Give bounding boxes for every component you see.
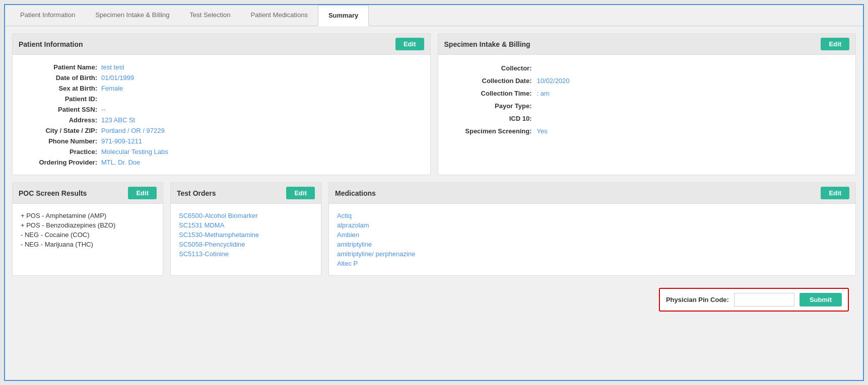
med-item-2: Ambien [337, 230, 847, 240]
test-item-1: SC1531 MDMA [179, 220, 313, 230]
address-label: Address: [21, 116, 101, 124]
med-item-5: Altec P [337, 259, 847, 268]
bottom-row: POC Screen Results Edit + POS - Amphetam… [12, 182, 856, 276]
test-orders-title: Test Orders [177, 189, 216, 197]
info-row-sex: Sex at Birth: Female [21, 83, 422, 94]
icd10-label: ICD 10: [446, 115, 537, 122]
medications-edit-button[interactable]: Edit [821, 187, 849, 199]
collection-time-label: Collection Time: [446, 90, 537, 97]
med-item-0: Actiq [337, 211, 847, 220]
collection-date-value: 10/02/2020 [537, 77, 848, 85]
specimen-intake-header: Specimen Intake & Billing Edit [438, 34, 856, 55]
specimen-row-collector: Collector: [446, 62, 848, 74]
patient-info-edit-button[interactable]: Edit [395, 38, 424, 50]
city-label: City / State / ZIP: [21, 127, 101, 134]
test-orders-card: Test Orders Edit SC6500-Alcohol Biomarke… [170, 182, 321, 276]
pin-code-input[interactable] [734, 293, 794, 306]
tab-bar: Patient Information Specimen Intake & Bi… [5, 5, 863, 26]
patient-info-body: Patient Name: test test Date of Birth: 0… [13, 55, 430, 175]
poc-screen-title: POC Screen Results [19, 189, 87, 197]
med-item-4: amitriptyline/ perphenazine [337, 249, 847, 259]
specimen-row-collection-date: Collection Date: 10/02/2020 [446, 74, 848, 87]
patient-name-label: Patient Name: [21, 63, 101, 71]
city-value: Portland / OR / 97229 [101, 127, 422, 134]
practice-value: Molecular Testing Labs [101, 148, 422, 156]
med-item-3: amitriptyline [337, 240, 847, 249]
medications-header: Medications Edit [329, 183, 855, 204]
payor-type-label: Payor Type: [446, 102, 537, 110]
info-row-patient-id: Patient ID: [21, 94, 422, 104]
pin-container: Physician Pin Code: Submit [659, 288, 849, 312]
specimen-intake-edit-button[interactable]: Edit [821, 38, 849, 50]
test-item-2: SC1530-Methamphetamine [179, 230, 313, 240]
specimen-intake-body: Collector: Collection Date: 10/02/2020 C… [438, 55, 856, 144]
specimen-intake-title: Specimen Intake & Billing [444, 40, 530, 48]
phone-value: 971-909-1211 [101, 137, 422, 145]
collector-label: Collector: [446, 64, 537, 72]
specimen-row-icd10: ICD 10: [446, 112, 848, 125]
test-orders-body: SC6500-Alcohol Biomarker SC1531 MDMA SC1… [171, 204, 321, 266]
collection-date-label: Collection Date: [446, 77, 537, 85]
ssn-label: Patient SSN: [21, 106, 101, 113]
tab-test-selection[interactable]: Test Selection [180, 5, 241, 26]
test-orders-edit-button[interactable]: Edit [286, 187, 315, 199]
info-row-ssn: Patient SSN: -- [21, 104, 422, 115]
app-container: Patient Information Specimen Intake & Bi… [4, 4, 864, 381]
poc-screen-body: + POS - Amphetamine (AMP) + POS - Benzod… [13, 204, 163, 256]
poc-screen-header: POC Screen Results Edit [13, 183, 163, 204]
poc-screen-card: POC Screen Results Edit + POS - Amphetam… [12, 182, 163, 276]
medications-card: Medications Edit Actiq alprazolam Ambien… [328, 182, 856, 276]
phone-label: Phone Number: [21, 137, 101, 145]
pin-code-label: Physician Pin Code: [666, 296, 729, 303]
tab-summary[interactable]: Summary [318, 5, 369, 26]
tab-patient-information[interactable]: Patient Information [10, 5, 85, 26]
poc-item-2: - NEG - Cocaine (COC) [21, 230, 155, 240]
info-row-ordering-provider: Ordering Provider: MTL, Dr. Doe [21, 157, 422, 168]
info-row-practice: Practice: Molecular Testing Labs [21, 146, 422, 157]
dob-value: 01/01/1999 [101, 74, 422, 82]
medications-body: Actiq alprazolam Ambien amitriptyline am… [329, 204, 855, 275]
info-row-dob: Date of Birth: 01/01/1999 [21, 72, 422, 83]
footer: Physician Pin Code: Submit [12, 283, 856, 317]
patient-info-card: Patient Information Edit Patient Name: t… [12, 33, 431, 175]
specimen-row-collection-time: Collection Time: : am [446, 87, 848, 100]
sex-label: Sex at Birth: [21, 85, 101, 92]
patient-info-header: Patient Information Edit [13, 34, 430, 55]
info-row-patient-name: Patient Name: test test [21, 62, 422, 72]
submit-button[interactable]: Submit [799, 293, 842, 306]
info-row-city: City / State / ZIP: Portland / OR / 9722… [21, 125, 422, 136]
test-orders-header: Test Orders Edit [171, 183, 321, 204]
med-item-1: alprazolam [337, 220, 847, 230]
address-value: 123 ABC St [101, 116, 422, 124]
specimen-intake-card: Specimen Intake & Billing Edit Collector… [438, 33, 856, 175]
patient-id-label: Patient ID: [21, 95, 101, 103]
dob-label: Date of Birth: [21, 74, 101, 82]
practice-label: Practice: [21, 148, 101, 156]
poc-item-3: - NEG - Marijuana (THC) [21, 240, 155, 249]
patient-info-title: Patient Information [19, 40, 83, 48]
sex-value: Female [101, 85, 422, 92]
test-item-4: SC5113-Cotinine [179, 249, 313, 259]
poc-item-0: + POS - Amphetamine (AMP) [21, 211, 155, 220]
collection-time-value: : am [537, 90, 848, 97]
test-item-3: SC5058-Phencyclidine [179, 240, 313, 249]
specimen-row-screening: Specimen Screening: Yes [446, 125, 848, 137]
ssn-value: -- [101, 106, 422, 113]
ordering-provider-value: MTL, Dr. Doe [101, 159, 422, 166]
test-item-0: SC6500-Alcohol Biomarker [179, 211, 313, 220]
main-content: Patient Information Edit Patient Name: t… [5, 26, 863, 324]
poc-item-1: + POS - Benzodiazepines (BZO) [21, 220, 155, 230]
patient-id-value [101, 95, 422, 103]
top-row: Patient Information Edit Patient Name: t… [12, 33, 856, 175]
ordering-provider-label: Ordering Provider: [21, 159, 101, 166]
specimen-screening-label: Specimen Screening: [446, 127, 537, 135]
tab-patient-medications[interactable]: Patient Medications [240, 5, 317, 26]
info-row-phone: Phone Number: 971-909-1211 [21, 136, 422, 146]
patient-name-value: test test [101, 63, 422, 71]
specimen-screening-value: Yes [537, 127, 848, 135]
specimen-row-payor-type: Payor Type: [446, 100, 848, 112]
info-row-address: Address: 123 ABC St [21, 115, 422, 125]
poc-screen-edit-button[interactable]: Edit [128, 187, 157, 199]
tab-specimen-intake[interactable]: Specimen Intake & Billing [85, 5, 179, 26]
medications-title: Medications [335, 189, 376, 197]
